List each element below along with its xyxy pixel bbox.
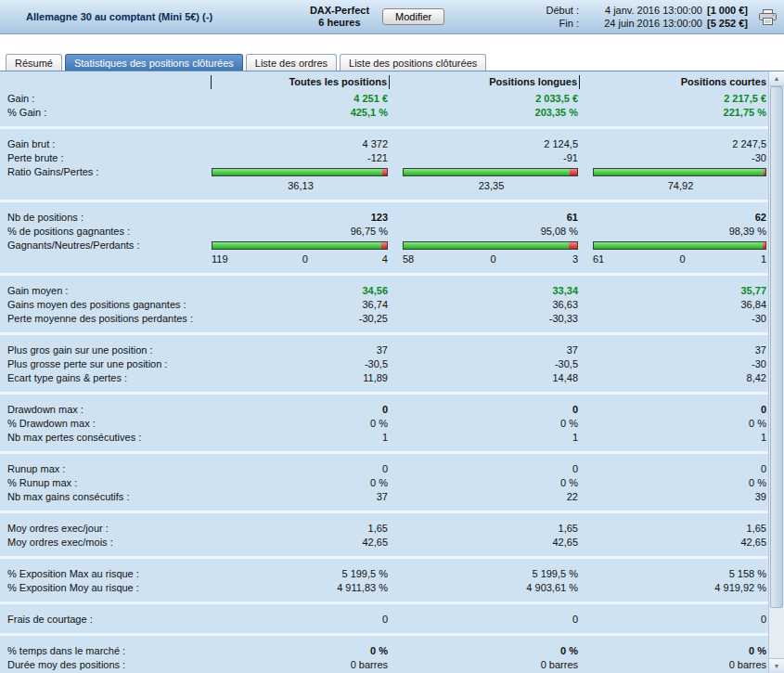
tab-liste-des-ordres[interactable]: Liste des ordres [246, 54, 337, 71]
row-value: -30,25 [212, 312, 390, 326]
row-label: % Drawdown max : [0, 417, 212, 431]
bar-green-segment [404, 169, 570, 175]
scrollbar-thumb[interactable] [770, 86, 783, 608]
bar-cell [212, 168, 390, 176]
bar-cell [390, 241, 580, 250]
printer-icon[interactable] [759, 9, 777, 25]
stats-group: Runup max :000% Runup max :0 %0 %0 %Nb m… [0, 462, 784, 513]
start-value: 4 janv. 2016 13:00:00 [584, 4, 702, 17]
row-label: Nb de positions : [0, 211, 212, 225]
stats-group: Moy ordres exec/jour :1,651,651,65Moy or… [0, 522, 784, 559]
row-value: -121 [212, 151, 390, 165]
bar-red-segment [569, 242, 577, 249]
row-value: 0 % [580, 417, 768, 431]
row-value: 4 919,92 % [580, 581, 768, 595]
row-value: 5 199,5 % [390, 567, 580, 581]
strategy-timeframe: 6 heures [310, 17, 369, 29]
row-label: Perte brute : [0, 151, 212, 165]
triple-value: 0 [680, 252, 686, 266]
row-value: 62 [580, 211, 768, 225]
row-value: 5 199,5 % [212, 567, 390, 581]
row-value: 0 % [390, 644, 580, 658]
tab-resume[interactable]: Résumé [6, 54, 62, 71]
row-label: % Gain : [0, 106, 212, 120]
row-label: Gagnants/Neutres/Perdants : [0, 239, 212, 252]
stats-group: Nb de positions :1236162% de positions g… [0, 211, 784, 276]
row-value: 4 911,83 % [212, 581, 390, 595]
row-label: Runup max : [0, 462, 212, 476]
row-label: Gain brut : [0, 137, 212, 151]
row-value: 1 [580, 431, 768, 445]
bar-values-row: 1190458036101 [0, 252, 784, 266]
row-value: 0 [390, 613, 580, 627]
table-row: Durée moy des positions :0 barres0 barre… [0, 658, 784, 672]
modify-button[interactable]: Modifier [382, 8, 444, 25]
row-value: 0 % [580, 476, 768, 490]
row-value: 8,42 [580, 371, 768, 385]
end-date-row: Fin :24 juin 2016 13:00:00[5 252 €] [542, 17, 748, 30]
row-label: Perte moyenne des positions perdantes : [0, 312, 212, 326]
tab-liste-des-positions-cloturees[interactable]: Liste des positions clôturées [340, 54, 486, 71]
stats-group: Frais de courtage :000 [0, 613, 784, 636]
table-row: Gain moyen :34,5633,3435,77 [0, 284, 784, 298]
row-label: Plus grosse perte sur une position : [0, 357, 212, 371]
row-value: 37 [212, 343, 390, 357]
table-row: Frais de courtage :000 [0, 613, 784, 627]
tab-statistiques-positions-cloturees[interactable]: Statistiques des positions clôturées [65, 54, 243, 71]
start-capital: [1 000 €] [707, 5, 748, 16]
stats-group: Gain brut :4 3722 124,52 247,5Perte brut… [0, 137, 784, 202]
table-row: Perte moyenne des positions perdantes :-… [0, 312, 784, 326]
row-value: 42,65 [212, 536, 390, 550]
bar-value: 36,13 [212, 179, 390, 193]
vertical-scrollbar[interactable]: ▲ ▼ [768, 71, 784, 673]
row-value: 39 [580, 490, 768, 504]
row-value: 1 [390, 431, 580, 445]
table-row: Gains moyen des positions gagnantes :36,… [0, 298, 784, 312]
progress-bar [212, 168, 388, 176]
row-value: 1 [212, 431, 390, 445]
stats-group: Drawdown max :000% Drawdown max :0 %0 %0… [0, 403, 784, 454]
row-label: % Runup max : [0, 476, 212, 490]
row-value: 96,75 % [212, 225, 390, 239]
scroll-down-icon[interactable]: ▼ [769, 658, 784, 673]
row-label: Gain moyen : [0, 284, 212, 298]
triple-value: 61 [593, 252, 604, 266]
bar-red-segment [763, 242, 765, 249]
triple-value: 58 [403, 252, 414, 266]
row-value: -30 [580, 312, 768, 326]
row-label: % Exposition Moy au risque : [0, 581, 212, 595]
bar-cell [212, 241, 390, 250]
row-label: Durée moy des positions : [0, 658, 212, 672]
bar-red-segment [570, 169, 577, 175]
table-row: % Exposition Max au risque :5 199,5 %5 1… [0, 567, 784, 581]
row-value: 37 [390, 343, 580, 357]
scroll-up-icon[interactable]: ▲ [769, 71, 784, 86]
row-value: 0 barres [212, 658, 390, 672]
stats-group: Gain moyen :34,5633,3435,77Gains moyen d… [0, 284, 784, 335]
bar-green-segment [594, 169, 764, 175]
row-value: -91 [390, 151, 580, 165]
row-value: 42,65 [390, 536, 580, 550]
start-date-row: Début :4 janv. 2016 13:00:00[1 000 €] [542, 4, 748, 17]
table-row: Plus gros gain sur une position :373737 [0, 343, 784, 357]
triple-value: 1 [761, 252, 766, 266]
row-value: 0 % [212, 644, 390, 658]
column-header-all-positions: Toutes les positions [212, 75, 390, 89]
row-value: -30,5 [212, 357, 390, 371]
bar-red-segment [382, 169, 387, 175]
row-value: 425,1 % [212, 106, 390, 120]
row-value: 1,65 [212, 522, 390, 536]
table-row: Drawdown max :000 [0, 403, 784, 417]
table-row: Nb max pertes consécutives :111 [0, 431, 784, 445]
row-value: 0 [212, 403, 390, 417]
row-value: 14,48 [390, 371, 580, 385]
bar-red-segment [764, 169, 765, 175]
table-header-row: Toutes les positions Positions longues P… [0, 74, 784, 90]
row-label: % de positions gagnantes : [0, 225, 212, 239]
bar-cell [390, 168, 580, 176]
triple-value: 0 [302, 252, 308, 266]
triple-value: 3 [572, 252, 578, 266]
row-value: 0 [580, 462, 768, 476]
row-value: -30 [580, 151, 768, 165]
progress-bar [593, 168, 766, 176]
